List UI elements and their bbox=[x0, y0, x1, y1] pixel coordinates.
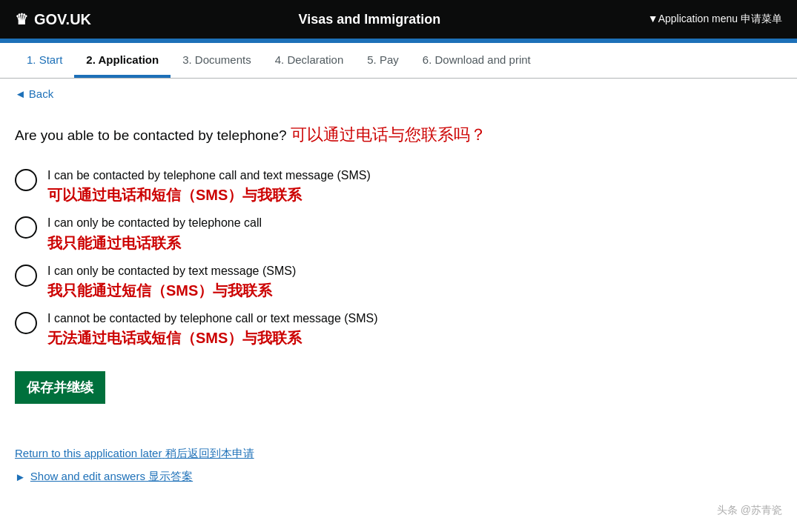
back-link-container: ◄ Back bbox=[0, 79, 797, 109]
radio-label-3-english: I can only be contacted by text message … bbox=[47, 263, 296, 279]
radio-label-1-english: I can be contacted by telephone call and… bbox=[47, 167, 371, 184]
tab-documents: 3. Documents bbox=[171, 43, 263, 78]
radio-label-1-chinese: 可以通过电话和短信（SMS）与我联系 bbox=[47, 185, 371, 205]
progress-navigation: 1. Start 2. Application 3. Documents 4. … bbox=[0, 43, 797, 79]
question-chinese: 可以通过电话与您联系吗？ bbox=[291, 125, 486, 144]
radio-label-2[interactable]: I can only be contacted by telephone cal… bbox=[47, 215, 262, 252]
save-continue-button[interactable]: 保存并继续 bbox=[15, 371, 105, 404]
radio-label-4[interactable]: I cannot be contacted by telephone call … bbox=[47, 310, 378, 348]
show-answers-link[interactable]: Show and edit answers 显示答案 bbox=[30, 470, 193, 484]
application-menu-button[interactable]: ▼Application menu 申请菜单 bbox=[648, 13, 782, 26]
radio-input-3[interactable] bbox=[15, 265, 37, 287]
tab-download: 6. Download and print bbox=[411, 43, 543, 78]
crown-icon: ♛ bbox=[15, 10, 28, 28]
tab-application[interactable]: 2. Application bbox=[74, 43, 171, 78]
main-content: Are you able to be contacted by telephon… bbox=[0, 109, 797, 484]
radio-option-4: I cannot be contacted by telephone call … bbox=[15, 307, 578, 350]
radio-label-4-english: I cannot be contacted by telephone call … bbox=[47, 310, 378, 327]
back-link[interactable]: ◄ Back bbox=[15, 87, 53, 100]
radio-label-2-chinese: 我只能通过电话联系 bbox=[47, 233, 262, 253]
radio-option-3: I can only be contacted by text message … bbox=[15, 260, 578, 303]
tab-declaration: 4. Declaration bbox=[263, 43, 356, 78]
radio-label-1[interactable]: I can be contacted by telephone call and… bbox=[47, 167, 371, 205]
gov-logo-text: GOV.UK bbox=[34, 11, 91, 28]
radio-label-4-chinese: 无法通过电话或短信（SMS）与我联系 bbox=[47, 328, 378, 348]
gov-logo: ♛ GOV.UK bbox=[15, 10, 91, 28]
question-english: Are you able to be contacted by telephon… bbox=[15, 127, 287, 143]
radio-input-2[interactable] bbox=[15, 216, 37, 239]
radio-input-1[interactable] bbox=[15, 169, 37, 191]
footer-links: Return to this application later 稍后返回到本申… bbox=[0, 447, 797, 484]
show-answers-chinese: 显示答案 bbox=[148, 470, 193, 482]
back-link-label: Back bbox=[29, 87, 53, 100]
tab-start[interactable]: 1. Start bbox=[15, 43, 74, 78]
radio-option-2: I can only be contacted by telephone cal… bbox=[15, 212, 578, 255]
show-answers-chevron-icon: ► bbox=[15, 471, 26, 483]
tab-pay: 5. Pay bbox=[355, 43, 411, 78]
return-later-link[interactable]: Return to this application later 稍后返回到本申… bbox=[15, 447, 782, 461]
show-edit-answers-link[interactable]: ► Show and edit answers 显示答案 bbox=[15, 470, 782, 484]
radio-label-3[interactable]: I can only be contacted by text message … bbox=[47, 263, 296, 300]
radio-option-1: I can be contacted by telephone call and… bbox=[15, 164, 578, 207]
form-section: Are you able to be contacted by telephon… bbox=[0, 109, 593, 447]
return-later-english: Return to this application later bbox=[15, 447, 162, 459]
return-later-chinese: 稍后返回到本申请 bbox=[165, 447, 254, 459]
site-header: ♛ GOV.UK Visas and Immigration ▼Applicat… bbox=[0, 0, 797, 39]
contact-method-radio-group: I can be contacted by telephone call and… bbox=[15, 164, 578, 351]
radio-label-3-chinese: 我只能通过短信（SMS）与我联系 bbox=[47, 281, 296, 300]
back-arrow-icon: ◄ bbox=[15, 87, 26, 100]
show-answers-english: Show and edit answers bbox=[30, 470, 145, 482]
question-heading: Are you able to be contacted by telephon… bbox=[15, 124, 578, 147]
site-title: Visas and Immigration bbox=[299, 12, 441, 27]
radio-label-2-english: I can only be contacted by telephone cal… bbox=[47, 215, 262, 231]
radio-input-4[interactable] bbox=[15, 312, 37, 334]
